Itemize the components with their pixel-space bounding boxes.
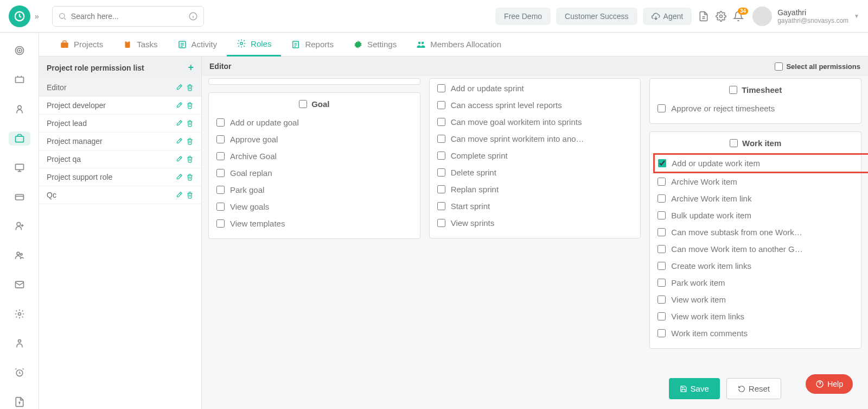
edit-role-icon[interactable] (175, 84, 183, 91)
sidebar-person[interactable] (9, 102, 30, 116)
permission-checkbox[interactable] (658, 159, 666, 167)
permission-checkbox[interactable] (437, 202, 445, 210)
permission-checkbox[interactable] (658, 262, 666, 270)
workitem-permission[interactable]: Archive Work item link (658, 190, 853, 207)
workitem-permission[interactable]: Archive Work item (658, 173, 853, 190)
sprint-permission[interactable]: Can move sprint workitem into ano… (437, 130, 633, 147)
delete-role-icon[interactable] (186, 119, 194, 127)
tab-projects[interactable]: Projects (50, 33, 113, 56)
permission-checkbox[interactable] (658, 104, 666, 112)
sidebar-invoice[interactable] (9, 395, 30, 409)
tab-members-allocation[interactable]: Members Allocation (406, 33, 511, 56)
permission-checkbox[interactable] (216, 219, 225, 228)
user-menu[interactable]: Gayathri gayathri@snovasys.com ▼ (752, 7, 859, 26)
timesheet-group-checkbox[interactable] (729, 86, 737, 94)
search-box[interactable] (52, 6, 204, 27)
sidebar-target[interactable] (9, 43, 30, 58)
app-logo[interactable] (9, 5, 30, 27)
goal-permission[interactable]: Goal replan (216, 165, 412, 181)
tab-activity[interactable]: Activity (168, 33, 227, 56)
permission-checkbox[interactable] (216, 186, 225, 194)
workitem-permission[interactable]: Park work item (658, 274, 853, 291)
sidebar-screen[interactable] (9, 73, 30, 87)
edit-role-icon[interactable] (175, 102, 183, 109)
permission-checkbox[interactable] (216, 152, 225, 160)
permission-checkbox[interactable] (437, 185, 445, 193)
permission-checkbox[interactable] (658, 245, 666, 253)
sprint-permission[interactable]: Can access sprint level reports (437, 97, 633, 114)
sidebar-alarm[interactable] (9, 366, 30, 380)
permission-checkbox[interactable] (437, 168, 445, 177)
edit-role-icon[interactable] (175, 191, 183, 199)
info-icon[interactable] (188, 11, 198, 21)
expand-sidebar-icon[interactable]: » (35, 12, 39, 21)
notifications-icon[interactable]: 34 (733, 11, 744, 22)
sidebar-mail[interactable] (9, 278, 30, 292)
sprint-permission[interactable]: Complete sprint (437, 147, 633, 164)
customer-success-button[interactable]: Customer Success (556, 8, 637, 25)
delete-role-icon[interactable] (186, 155, 194, 163)
workitem-permission[interactable]: View work item (658, 291, 853, 308)
delete-role-icon[interactable] (186, 137, 194, 145)
delete-role-icon[interactable] (186, 84, 194, 91)
permission-checkbox[interactable] (437, 84, 445, 92)
sprint-permission[interactable]: Start sprint (437, 198, 633, 215)
permission-checkbox[interactable] (658, 228, 666, 236)
add-role-button[interactable]: + (188, 62, 194, 73)
sidebar-user2[interactable] (9, 336, 30, 350)
workitem-permission[interactable]: Can move subtask from one Work… (658, 224, 853, 241)
workitem-permission[interactable]: Create work item links (658, 257, 853, 274)
sprint-permission[interactable]: View sprints (437, 215, 633, 231)
sprint-permission[interactable]: Delete sprint (437, 164, 633, 181)
workitem-group-checkbox[interactable] (730, 139, 738, 147)
sidebar-add-person[interactable] (9, 219, 30, 234)
delete-role-icon[interactable] (186, 173, 194, 181)
permission-checkbox[interactable] (658, 211, 666, 219)
edit-role-icon[interactable] (175, 137, 183, 145)
reset-button[interactable]: Reset (726, 378, 781, 399)
sidebar-briefcase[interactable] (9, 131, 30, 146)
tab-settings[interactable]: Settings (343, 33, 406, 56)
permission-checkbox[interactable] (216, 203, 225, 211)
sidebar-team[interactable] (9, 248, 30, 262)
permission-checkbox[interactable] (658, 329, 666, 337)
role-item-project-developer[interactable]: Project developer (39, 97, 201, 115)
delete-role-icon[interactable] (186, 102, 194, 109)
role-item-project-manager[interactable]: Project manager (39, 133, 201, 150)
goal-group-checkbox[interactable] (299, 100, 307, 108)
workitem-permission[interactable]: View work item links (658, 308, 853, 325)
edit-role-icon[interactable] (175, 173, 183, 181)
sprint-permission[interactable]: Can move goal workitem into sprints (437, 114, 633, 130)
role-item-editor[interactable]: Editor (39, 79, 201, 97)
agent-button[interactable]: Agent (643, 8, 692, 25)
timesheet-permission[interactable]: Approve or reject timesheets (658, 100, 853, 117)
save-button[interactable]: Save (669, 378, 720, 399)
permission-checkbox[interactable] (437, 118, 445, 126)
permission-checkbox[interactable] (658, 194, 666, 203)
sidebar-card[interactable] (9, 190, 30, 204)
role-item-project-lead[interactable]: Project lead (39, 115, 201, 133)
sprint-permission[interactable]: Replan sprint (437, 181, 633, 198)
free-demo-button[interactable]: Free Demo (495, 8, 551, 25)
workitem-permission[interactable]: Can move Work item to another G… (658, 241, 853, 257)
permission-checkbox[interactable] (658, 279, 666, 287)
permission-checkbox[interactable] (658, 295, 666, 304)
settings-gear-icon[interactable] (716, 11, 726, 22)
permission-checkbox[interactable] (437, 135, 445, 143)
role-item-project-qa[interactable]: Project qa (39, 150, 201, 168)
sidebar-gear[interactable] (9, 307, 30, 321)
permission-checkbox[interactable] (216, 135, 225, 143)
select-all-checkbox[interactable]: Select all permissions (775, 62, 860, 71)
sidebar-monitor[interactable] (9, 161, 30, 175)
document-icon[interactable] (698, 11, 709, 22)
role-item-project-support-role[interactable]: Project support role (39, 168, 201, 186)
delete-role-icon[interactable] (186, 191, 194, 199)
permission-checkbox[interactable] (216, 169, 225, 177)
permission-checkbox[interactable] (658, 178, 666, 186)
edit-role-icon[interactable] (175, 155, 183, 163)
help-button[interactable]: Help (806, 374, 853, 394)
goal-permission[interactable]: Approve goal (216, 131, 412, 148)
permission-checkbox[interactable] (216, 118, 225, 127)
tab-roles[interactable]: Roles (227, 33, 281, 56)
role-item-qc[interactable]: Qc (39, 186, 201, 204)
